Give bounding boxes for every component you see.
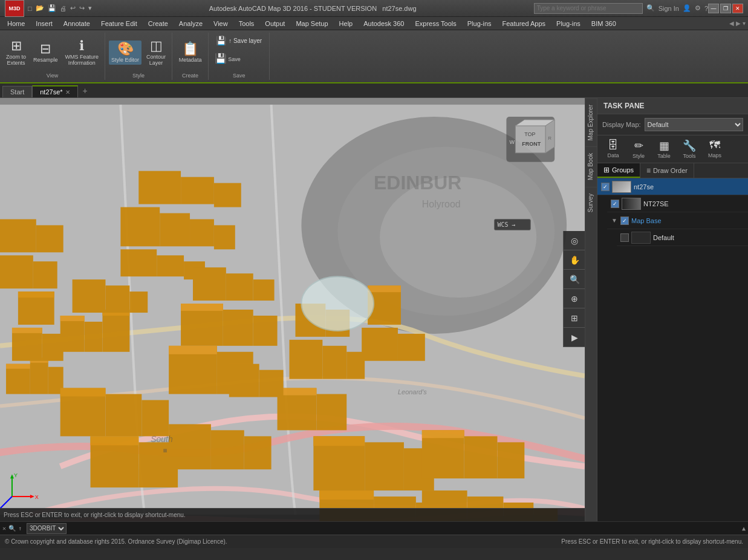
layer-checkbox-NT27SE[interactable] [611,200,619,208]
dm-table-btn[interactable]: ▦ Table [653,138,675,160]
create-group-label: Create [182,73,198,79]
wms-feature-label: WMS FeatureInformation [65,54,99,66]
map-base-expand[interactable]: ▼ [611,217,618,224]
resample-button[interactable]: ⊟ Resample [31,41,60,65]
menu-bar: Home Insert Annotate Feature Edit Create… [0,17,748,30]
quick-access-plot[interactable]: 🖨 [60,5,67,12]
tab-nt27se-close[interactable]: ✕ [65,89,70,96]
tab-add-button[interactable]: + [78,84,93,97]
svg-rect-78 [0,255,33,288]
menu-insert[interactable]: Insert [31,19,57,28]
minimize-button[interactable]: — [708,4,719,13]
layer-item-map-base[interactable]: ▼ Map Base [607,212,748,229]
layer-name-default: Default [653,234,744,241]
close-button[interactable]: ✕ [732,4,743,13]
tab-start[interactable]: Start [2,86,32,97]
layer-item-nt27se[interactable]: nt27se [597,178,748,195]
cmd-search-btn[interactable]: 🔍 [8,525,16,532]
panel-tabs: ⊞ Groups ≡ Draw Order [597,163,748,178]
menu-autodesk360[interactable]: Autodesk 360 [359,19,409,28]
quick-access-save[interactable]: 💾 [48,4,56,12]
cmd-close-btn[interactable]: ✕ [2,525,6,532]
svg-rect-20 [60,316,85,321]
dm-maps-btn[interactable]: 🗺 Maps [704,138,726,160]
menu-home[interactable]: Home [2,19,30,28]
cmd-input-field[interactable] [69,525,740,532]
search-icon[interactable]: 🔍 [646,4,655,12]
quick-access-open[interactable]: 📂 [36,4,44,12]
cmd-mode-select[interactable]: 3DORBIT [27,523,67,534]
pan-tool[interactable]: ✋ [564,250,585,270]
tab-nt27se[interactable]: nt27se* ✕ [32,85,77,97]
display-map-select[interactable]: Default [645,118,743,131]
layer-checkbox-map-base[interactable] [620,217,629,225]
menu-plug-ins[interactable]: Plug-ins [463,19,496,28]
vtab-survey[interactable]: Survey [585,187,597,218]
options-icon[interactable]: ⚙ [695,4,701,12]
map-bottom-status: Press ESC or ENTER to exit, or right-cli… [0,508,585,521]
svg-rect-53 [91,436,139,445]
quick-access-new[interactable]: □ [28,5,32,12]
panel-tab-draw-order[interactable]: ≡ Draw Order [640,163,694,178]
contour-layer-button[interactable]: ◫ ContourLayer [144,37,168,68]
menu-analyze[interactable]: Analyze [174,19,207,28]
resample-icon: ⊟ [40,42,51,56]
svg-rect-80 [0,219,36,252]
cmd-scroll-btn[interactable]: ▲ [742,525,746,532]
save-button[interactable]: 💾 Save [212,52,243,65]
orbit-tool[interactable]: ⊕ [564,289,585,308]
ribbon-group-view: ⊞ Zoom toExtents ⊟ Resample ℹ WMS Featur… [0,33,105,80]
sign-in-btn[interactable]: Sign In [659,5,679,12]
dm-data-btn[interactable]: 🗄 Data [602,138,624,160]
svg-text:■: ■ [163,446,167,455]
save-layer-button[interactable]: 💾 ↑ Save layer [212,34,265,47]
layer-item-NT27SE[interactable]: NT27SE [607,195,748,212]
restore-button[interactable]: ❐ [720,4,731,13]
quick-access-undo[interactable]: ↩ [70,4,76,12]
cmd-up-btn[interactable]: ↑ [18,525,22,532]
style-group-label: Style [132,73,145,79]
dm-style-btn[interactable]: ✏ Style [628,138,649,160]
user-icon: 👤 [683,4,691,12]
target-tool[interactable]: ◎ [564,231,585,250]
metadata-button[interactable]: 📋 Metadata [177,41,204,65]
dm-tools-btn[interactable]: 🔧 Tools [678,138,700,160]
wms-feature-button[interactable]: ℹ WMS FeatureInformation [63,37,102,68]
zoom-extents-button[interactable]: ⊞ Zoom toExtents [4,37,28,68]
layer-item-default[interactable]: Default [617,229,748,246]
menu-express-tools[interactable]: Express Tools [410,19,461,28]
play-tool[interactable]: ▶ [564,328,585,347]
panel-tab-groups[interactable]: ⊞ Groups [597,163,640,178]
command-bar: ✕ 🔍 ↑ 3DORBIT ▲ [0,521,748,535]
svg-rect-27 [120,249,157,276]
menu-feature-edit[interactable]: Feature Edit [96,19,142,28]
svg-rect-55 [169,424,211,469]
menu-view[interactable]: View [209,19,233,28]
menu-map-setup[interactable]: Map Setup [291,19,333,28]
map-viewport[interactable]: EDINBUR Holyrood [0,98,585,521]
quick-access-redo[interactable]: ↪ [79,4,85,12]
menu-annotate[interactable]: Annotate [59,19,95,28]
vtab-map-book[interactable]: Map Book [585,146,597,186]
svg-text:R: R [548,135,551,141]
vtab-map-explorer[interactable]: Map Explorer [585,98,597,146]
dm-style-icon: ✏ [634,139,643,152]
menu-featured-apps[interactable]: Featured Apps [498,19,551,28]
title-search-input[interactable] [534,3,643,14]
style-editor-button[interactable]: 🎨 Style Editor [109,41,141,65]
menu-create[interactable]: Create [143,19,173,28]
layer-checkbox-default[interactable] [620,233,629,242]
menu-tools[interactable]: Tools [234,19,259,28]
zoom-control[interactable]: ⊞ [564,308,585,328]
svg-text:X: X [35,494,39,500]
menu-output[interactable]: Output [260,19,290,28]
layer-list: nt27se NT27SE ▼ Map Base Default [597,178,748,521]
contour-layer-icon: ◫ [150,39,163,53]
style-editor-label: Style Editor [111,57,139,63]
menu-plug-ins2[interactable]: Plug-ins [551,19,585,28]
menu-bim360[interactable]: BIM 360 [587,19,621,28]
layer-checkbox-nt27se[interactable] [601,183,610,191]
status-bar-left: © Crown copyright and database rights 20… [5,538,227,545]
menu-help[interactable]: Help [334,19,358,28]
zoom-in-tool[interactable]: 🔍 [564,270,585,289]
